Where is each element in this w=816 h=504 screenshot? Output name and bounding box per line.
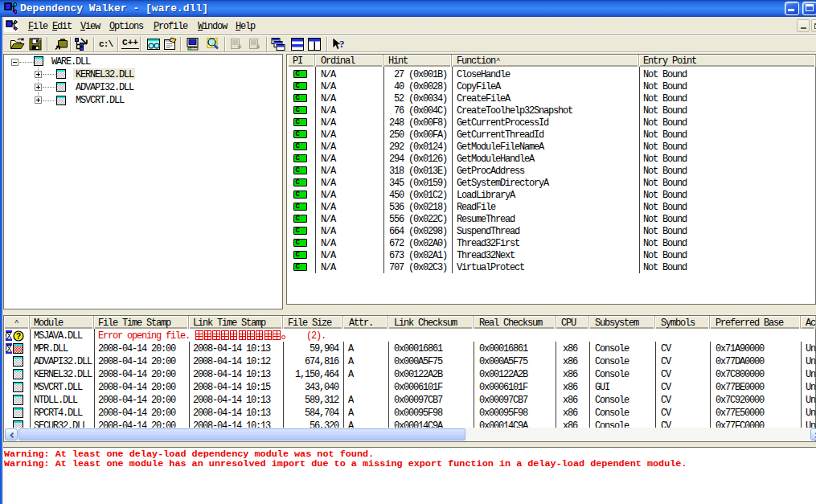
svg-text:?: ? <box>339 38 345 50</box>
svg-text:?: ? <box>15 331 20 340</box>
